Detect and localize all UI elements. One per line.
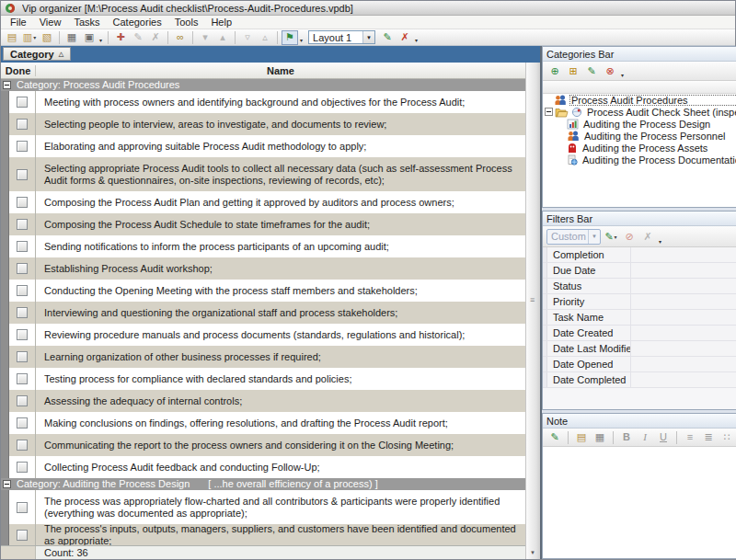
category-tree-item[interactable]: Auditing the Process Assets66 [543, 142, 736, 154]
expander-icon[interactable] [545, 108, 553, 116]
task-checkbox[interactable] [17, 329, 28, 340]
layout-combo-arrow-icon[interactable]: ▼ [362, 31, 374, 43]
delete-filter-button[interactable]: ✗ [639, 229, 656, 244]
print-note-button[interactable]: ▦ [592, 430, 608, 445]
filter-preset-combo[interactable]: Custom ▼ [546, 229, 601, 245]
task-checkbox[interactable] [17, 417, 28, 429]
task-row[interactable]: Making conclusions on findings, offering… [1, 412, 525, 434]
task-row[interactable]: Reviewing procedure manuals and process … [1, 324, 525, 346]
scrollbar-grip-icon[interactable]: ≡ [530, 296, 535, 304]
done-cell[interactable] [9, 434, 36, 456]
category-sort-button[interactable]: Category △ [3, 47, 71, 61]
collapse-icon[interactable] [3, 81, 11, 89]
done-cell[interactable] [9, 346, 36, 368]
column-header-name[interactable]: Name [36, 65, 525, 76]
task-row[interactable]: Selecting appropriate Process Audit tool… [1, 157, 525, 191]
task-checkbox[interactable] [17, 169, 28, 180]
filter-value[interactable] [630, 294, 736, 309]
toolbar-overflow-3-icon[interactable]: ▾ [415, 37, 418, 43]
layout-combo[interactable]: Layout 1▼ [308, 30, 375, 44]
menu-categories[interactable]: Categories [107, 17, 168, 28]
task-checkbox[interactable] [17, 395, 28, 406]
task-row[interactable]: Assessing the adequacy of internal contr… [1, 390, 525, 412]
delete-layout-button[interactable]: ✗ [397, 30, 413, 45]
menu-tools[interactable]: Tools [168, 17, 205, 28]
column-header-done[interactable]: Done [1, 65, 36, 76]
print-button[interactable]: ▦ [63, 30, 80, 45]
done-cell[interactable] [9, 235, 36, 257]
open-notebook-button[interactable]: ▥▾ [21, 30, 38, 45]
underline-button[interactable]: U [655, 430, 672, 445]
done-cell[interactable] [9, 113, 36, 135]
task-row[interactable]: Selecting people to interview, areas to … [1, 113, 525, 135]
filters-overflow-icon[interactable]: ▾ [659, 238, 661, 245]
done-cell[interactable] [9, 280, 36, 302]
task-checkbox[interactable] [17, 197, 28, 208]
print-preview-button[interactable]: ▣ [81, 30, 98, 45]
done-cell[interactable] [9, 213, 36, 235]
align-left-button[interactable]: ≡ [682, 430, 698, 445]
task-checkbox[interactable] [17, 119, 28, 130]
done-cell[interactable] [9, 257, 36, 280]
task-row[interactable]: Establishing Process Audit workshop; [1, 257, 525, 280]
filter-row[interactable]: Date Created▼ [543, 326, 736, 341]
task-row[interactable]: Composing the Process Audit Plan and get… [1, 191, 525, 213]
task-row[interactable]: Elaborating and approving suitable Proce… [1, 135, 525, 157]
edit-category-button[interactable]: ✎ [583, 63, 600, 78]
task-checkbox[interactable] [17, 141, 28, 152]
delete-category-button[interactable]: ⊗ [602, 63, 618, 78]
filter-row[interactable]: Task Name [543, 310, 736, 326]
category-tree-item[interactable]: Auditing the Process Personnel55 [543, 130, 736, 142]
clear-filter-button[interactable]: ⊘ [621, 229, 638, 244]
italic-button[interactable]: I [637, 430, 653, 445]
collapse-all-button[interactable]: ▵ [257, 30, 273, 45]
new-notebook-button[interactable]: ▤ [4, 30, 20, 45]
filter-value[interactable] [630, 263, 736, 278]
rename-layout-button[interactable]: ✎ [379, 30, 396, 45]
task-checkbox[interactable] [17, 241, 28, 252]
bold-button[interactable]: B [618, 430, 635, 445]
add-task-button[interactable]: ✚ [112, 30, 129, 45]
done-cell[interactable] [9, 524, 36, 545]
move-up-button[interactable]: ▴ [214, 30, 231, 45]
task-checkbox[interactable] [17, 440, 28, 451]
task-row[interactable]: Communicating the report to the process … [1, 434, 525, 456]
task-row[interactable]: Composing the Process Audit Schedule to … [1, 213, 525, 235]
collapse-icon[interactable] [3, 480, 11, 488]
group-header[interactable]: Category: Process Audit Procedures [1, 79, 525, 91]
done-cell[interactable] [9, 368, 36, 390]
filter-row[interactable]: Date Last Modifie▼ [543, 341, 736, 357]
done-cell[interactable] [9, 91, 36, 113]
task-row[interactable]: Interviewing and questioning the organiz… [1, 302, 525, 324]
menu-view[interactable]: View [33, 17, 68, 28]
filter-row[interactable]: Date Completed▼ [543, 372, 736, 388]
apply-filter-button[interactable]: ✎▾ [603, 229, 619, 244]
done-cell[interactable] [9, 412, 36, 434]
view-notes-button[interactable]: ∞ [172, 30, 189, 45]
task-row[interactable]: Learning organization of other business … [1, 346, 525, 368]
filter-value[interactable] [630, 372, 736, 387]
edit-task-button[interactable]: ✎ [130, 30, 146, 45]
task-checkbox[interactable] [17, 285, 28, 296]
new-subcategory-button[interactable]: ⊞ [565, 63, 581, 78]
task-checkbox[interactable] [17, 502, 28, 513]
group-header[interactable]: Category: Auditing the Process Design[ .… [1, 478, 525, 490]
toolbar-overflow-1-icon[interactable]: ▾ [99, 37, 102, 43]
filter-row[interactable]: Date Opened▼ [543, 357, 736, 372]
note-editor[interactable] [543, 447, 736, 558]
task-checkbox[interactable] [17, 530, 28, 541]
filter-value[interactable] [630, 341, 736, 356]
filter-row[interactable]: Completion▼ [543, 247, 736, 263]
filter-row[interactable]: Status▼ [543, 279, 736, 294]
task-row[interactable]: Testing process for compliance with decl… [1, 368, 525, 390]
task-checkbox[interactable] [17, 351, 28, 362]
move-down-button[interactable]: ▾ [197, 30, 213, 45]
task-row[interactable]: The process was appropriately flow-chart… [1, 490, 525, 524]
task-checkbox[interactable] [17, 97, 28, 108]
filter-value[interactable] [630, 247, 736, 262]
menu-help[interactable]: Help [204, 17, 238, 28]
menu-file[interactable]: File [4, 17, 33, 28]
save-notebook-button[interactable]: ▧ [39, 30, 55, 45]
new-category-button[interactable]: ⊕ [546, 63, 563, 78]
category-tree-item[interactable]: Auditing the Process Documentation33 [543, 154, 736, 166]
